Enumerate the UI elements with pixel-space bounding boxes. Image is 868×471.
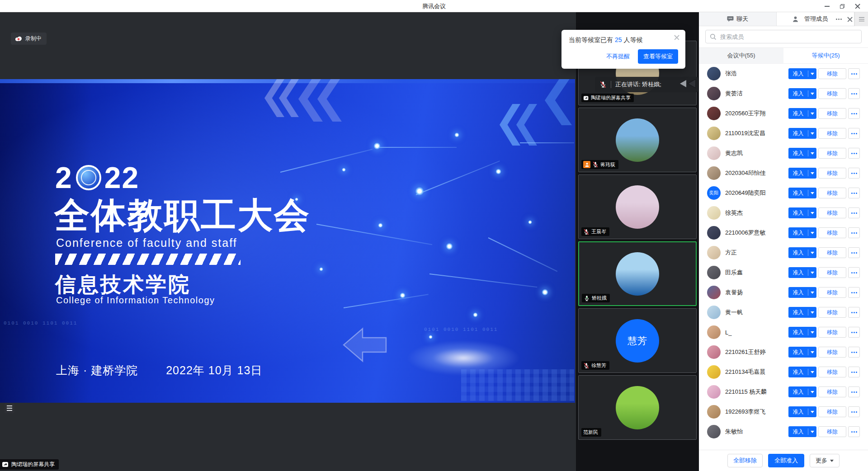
member-more-button[interactable] bbox=[848, 347, 860, 358]
panel-close-icon[interactable] bbox=[847, 17, 853, 22]
admit-button-label: 准入 bbox=[788, 388, 808, 396]
admit-button[interactable]: 准入 bbox=[788, 327, 816, 338]
admit-button[interactable]: 准入 bbox=[788, 406, 816, 417]
remove-button[interactable]: 移除 bbox=[818, 406, 846, 417]
member-more-button[interactable] bbox=[848, 168, 860, 179]
admit-button[interactable]: 准入 bbox=[788, 68, 816, 79]
tab-manage-members-label: 管理成员 bbox=[804, 15, 828, 23]
admit-button[interactable]: 准入 bbox=[788, 307, 816, 318]
recording-indicator[interactable]: 录制中 bbox=[11, 33, 47, 45]
more-button[interactable]: 更多 bbox=[810, 454, 840, 467]
remove-button[interactable]: 移除 bbox=[818, 327, 846, 338]
member-more-button[interactable] bbox=[848, 307, 860, 318]
video-tile[interactable]: 蒋玮荻 bbox=[578, 108, 697, 172]
admit-button[interactable]: 准入 bbox=[788, 168, 816, 179]
strip-collapse-arrows[interactable] bbox=[676, 77, 698, 90]
remove-button[interactable]: 移除 bbox=[818, 287, 846, 298]
member-more-button[interactable] bbox=[848, 267, 860, 278]
panel-more-icon[interactable] bbox=[836, 19, 842, 20]
admit-button[interactable]: 准入 bbox=[788, 367, 816, 377]
member-actions: 准入 移除 bbox=[788, 426, 860, 437]
remove-button[interactable]: 移除 bbox=[818, 168, 846, 179]
admit-button-label: 准入 bbox=[788, 289, 808, 297]
member-more-button[interactable] bbox=[848, 227, 860, 238]
dismiss-reminder-button[interactable]: 不再提醒 bbox=[606, 52, 630, 61]
remove-button[interactable]: 移除 bbox=[818, 367, 846, 377]
tab-waiting[interactable]: 等候中(25) bbox=[783, 48, 868, 63]
admit-button[interactable]: 准入 bbox=[788, 247, 816, 258]
admit-all-button[interactable]: 全部准入 bbox=[768, 454, 804, 467]
remove-button[interactable]: 移除 bbox=[818, 207, 846, 218]
remove-button[interactable]: 移除 bbox=[818, 227, 846, 238]
member-more-button[interactable] bbox=[848, 406, 860, 417]
remove-button[interactable]: 移除 bbox=[818, 148, 846, 159]
admit-button[interactable]: 准入 bbox=[788, 426, 816, 437]
video-tile[interactable]: 范新民 bbox=[578, 375, 697, 440]
member-avatar bbox=[707, 286, 721, 299]
member-avatar bbox=[707, 166, 721, 180]
remove-button[interactable]: 移除 bbox=[818, 426, 846, 437]
member-more-button[interactable] bbox=[848, 207, 860, 218]
close-window-button[interactable] bbox=[850, 0, 865, 12]
admit-button[interactable]: 准入 bbox=[788, 267, 816, 278]
member-avatar: 奕阳 bbox=[707, 186, 721, 200]
video-tile[interactable]: 王晨岑 bbox=[578, 174, 697, 239]
member-more-button[interactable] bbox=[848, 247, 860, 258]
tab-chat[interactable]: 聊天 bbox=[699, 12, 777, 26]
admit-button[interactable]: 准入 bbox=[788, 227, 816, 238]
admit-button[interactable]: 准入 bbox=[788, 128, 816, 139]
view-waiting-room-button[interactable]: 查看等候室 bbox=[638, 49, 678, 64]
admit-divider bbox=[808, 409, 808, 415]
restore-button[interactable] bbox=[835, 0, 850, 12]
remove-button[interactable]: 移除 bbox=[818, 88, 846, 99]
circuit-line-decor bbox=[429, 273, 537, 287]
remove-button[interactable]: 移除 bbox=[818, 128, 846, 139]
member-more-button[interactable] bbox=[848, 367, 860, 377]
record-cloud-icon bbox=[14, 36, 23, 42]
panel-header: 聊天 管理成员 bbox=[699, 12, 868, 26]
member-more-button[interactable] bbox=[848, 327, 860, 338]
admit-button[interactable]: 准入 bbox=[788, 88, 816, 99]
member-more-button[interactable] bbox=[848, 68, 860, 79]
window-titlebar: 腾讯会议 bbox=[0, 0, 868, 12]
tab-in-meeting[interactable]: 会议中(55) bbox=[699, 48, 783, 63]
remove-button[interactable]: 移除 bbox=[818, 108, 846, 119]
admit-button[interactable]: 准入 bbox=[788, 148, 816, 159]
admit-button[interactable]: 准入 bbox=[788, 207, 816, 218]
member-more-button[interactable] bbox=[848, 426, 860, 437]
search-input[interactable] bbox=[719, 33, 861, 41]
remove-button[interactable]: 移除 bbox=[818, 347, 846, 358]
member-row: 2210261王舒婷 准入 移除 bbox=[699, 342, 868, 362]
member-more-button[interactable] bbox=[848, 128, 860, 139]
admit-button[interactable]: 准入 bbox=[788, 287, 816, 298]
admit-divider bbox=[808, 150, 808, 156]
minimize-button[interactable] bbox=[819, 0, 835, 12]
layout-toggle-button[interactable] bbox=[5, 403, 14, 413]
panel-menu-button[interactable] bbox=[854, 12, 868, 26]
remove-button[interactable]: 移除 bbox=[818, 386, 846, 397]
member-more-button[interactable] bbox=[848, 88, 860, 99]
member-more-button[interactable] bbox=[848, 287, 860, 298]
remove-button[interactable]: 移除 bbox=[818, 247, 846, 258]
video-tile[interactable]: 慧芳 徐慧芳 bbox=[578, 308, 697, 373]
squares-decor bbox=[461, 369, 574, 401]
circuit-node-decor bbox=[373, 142, 381, 150]
remove-button[interactable]: 移除 bbox=[818, 68, 846, 79]
member-name: 2210261王舒婷 bbox=[725, 348, 788, 356]
video-tile[interactable]: 矫桂娥 bbox=[578, 241, 697, 306]
admit-button[interactable]: 准入 bbox=[788, 108, 816, 119]
panel-header-tools bbox=[836, 12, 853, 26]
admit-button[interactable]: 准入 bbox=[788, 347, 816, 358]
admit-button[interactable]: 准入 bbox=[788, 188, 816, 198]
remove-all-button[interactable]: 全部移除 bbox=[727, 454, 763, 467]
slide-stripes-decor bbox=[55, 254, 241, 265]
member-more-button[interactable] bbox=[848, 386, 860, 397]
remove-button[interactable]: 移除 bbox=[818, 188, 846, 198]
member-more-button[interactable] bbox=[848, 108, 860, 119]
popup-close-icon[interactable] bbox=[674, 34, 680, 41]
remove-button[interactable]: 移除 bbox=[818, 267, 846, 278]
admit-button[interactable]: 准入 bbox=[788, 386, 816, 397]
member-more-button[interactable] bbox=[848, 148, 860, 159]
member-more-button[interactable] bbox=[848, 188, 860, 198]
remove-button[interactable]: 移除 bbox=[818, 307, 846, 318]
